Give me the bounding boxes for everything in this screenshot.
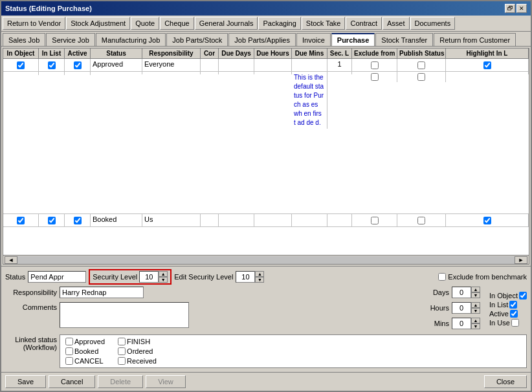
cell-exclude-1[interactable]	[352, 59, 397, 71]
hours-up[interactable]: ▲	[471, 302, 480, 308]
publish-checkbox-2[interactable]	[417, 73, 425, 81]
toolbar-asset[interactable]: Asset	[382, 17, 410, 30]
scroll-right-button[interactable]: ►	[515, 256, 527, 264]
linked-received-checkbox[interactable]	[118, 357, 126, 365]
cell-in-object-1[interactable]	[3, 59, 39, 71]
mins-down[interactable]: ▼	[471, 323, 480, 329]
view-button[interactable]: View	[146, 375, 186, 388]
linked-received: Received	[118, 357, 157, 365]
days-input[interactable]	[452, 287, 471, 298]
tab-return-from-customer[interactable]: Return from Customer	[434, 33, 516, 46]
active-checkbox-3[interactable]	[74, 217, 82, 224]
cell-publish-2[interactable]	[397, 72, 446, 82]
in-object-checkbox-3[interactable]	[17, 217, 25, 224]
tab-sales-job[interactable]: Sales Job	[3, 33, 45, 46]
highlight-checkbox-1[interactable]	[483, 61, 491, 69]
comments-container	[60, 302, 189, 328]
tab-job-parts-stock[interactable]: Job Parts/Stock	[166, 33, 228, 46]
mins-input[interactable]	[452, 318, 471, 329]
toolbar-stock-adjustment[interactable]: Stock Adjustment	[66, 17, 130, 30]
tab-stock-transfer[interactable]: Stock Transfer	[375, 33, 433, 46]
cell-responsibility-2	[142, 72, 201, 74]
in-list-form-checkbox[interactable]	[509, 301, 517, 309]
status-input[interactable]	[28, 271, 86, 283]
active-form-checkbox[interactable]	[510, 310, 518, 318]
hours-input[interactable]	[452, 302, 471, 314]
tab-manufacturing-job[interactable]: Manufacturing Job	[96, 33, 166, 46]
delete-button[interactable]: Delete	[98, 375, 143, 388]
edit-security-down[interactable]: ▼	[255, 277, 264, 283]
in-use-form-checkbox[interactable]	[511, 319, 519, 327]
cell-in-object-3[interactable]	[3, 214, 39, 226]
exclude-checkbox-1[interactable]	[371, 61, 379, 69]
mins-spinbtns: ▲ ▼	[471, 318, 480, 329]
toolbar-quote[interactable]: Quote	[131, 17, 159, 30]
linked-booked-checkbox[interactable]	[65, 347, 73, 355]
toolbar-general-journals[interactable]: General Journals	[195, 17, 258, 30]
hours-down[interactable]: ▼	[471, 308, 480, 314]
scroll-track[interactable]	[17, 256, 515, 264]
publish-checkbox-1[interactable]	[417, 61, 425, 69]
edit-security-up[interactable]: ▲	[255, 271, 264, 277]
horizontal-scrollbar[interactable]: ◄ ►	[3, 255, 529, 264]
restore-button[interactable]: 🗗	[505, 4, 515, 13]
linked-cancel-checkbox[interactable]	[65, 357, 73, 365]
linked-status-title-area: Linked status (Workflow)	[5, 336, 57, 351]
toolbar-stock-take[interactable]: Stock Take	[302, 17, 346, 30]
toolbar-return-to-vendor[interactable]: Return to Vendor	[3, 17, 65, 30]
toolbar-cheque[interactable]: Cheque	[160, 17, 194, 30]
cell-publish-1[interactable]	[397, 59, 446, 71]
toolbar-packaging[interactable]: Packaging	[258, 17, 300, 30]
exclude-checkbox-3[interactable]	[371, 217, 379, 224]
in-list-checkbox-1[interactable]	[48, 61, 56, 69]
security-level-up[interactable]: ▲	[159, 271, 168, 277]
cell-publish-3[interactable]	[397, 214, 446, 226]
active-checkbox-1[interactable]	[74, 61, 82, 69]
in-object-form-checkbox[interactable]	[519, 292, 527, 299]
toolbar-contract[interactable]: Contract	[346, 17, 382, 30]
mins-spinner: ▲ ▼	[452, 318, 480, 329]
close-window-button[interactable]: ✕	[516, 4, 527, 13]
exclude-benchmark-checkbox[interactable]	[438, 273, 446, 281]
days-up[interactable]: ▲	[471, 287, 480, 292]
mins-up[interactable]: ▲	[471, 318, 480, 323]
security-level-input[interactable]	[139, 271, 159, 283]
tab-purchase[interactable]: Purchase	[331, 33, 375, 46]
cell-exclude-2[interactable]	[352, 72, 397, 82]
in-list-checkbox-3[interactable]	[48, 217, 56, 224]
responsibility-input[interactable]	[60, 287, 144, 298]
save-button[interactable]: Save	[5, 375, 46, 388]
cell-due-hours-1	[254, 59, 292, 71]
cell-in-list-3[interactable]	[39, 214, 65, 226]
right-buttons: Close	[484, 375, 527, 388]
days-down[interactable]: ▼	[471, 292, 480, 298]
cell-in-object-2[interactable]	[3, 72, 39, 75]
highlight-checkbox-3[interactable]	[483, 217, 491, 224]
days-spinner: ▲ ▼	[452, 287, 480, 298]
cell-active-1[interactable]	[65, 59, 91, 71]
cell-active-2[interactable]	[65, 72, 91, 75]
cell-highlight-2[interactable]	[446, 72, 529, 74]
publish-checkbox-3[interactable]	[417, 217, 425, 224]
security-level-down[interactable]: ▼	[159, 277, 168, 283]
cell-exclude-3[interactable]	[352, 214, 397, 226]
close-button[interactable]: Close	[484, 375, 527, 388]
tab-service-job[interactable]: Service Job	[46, 33, 94, 46]
linked-approved-checkbox[interactable]	[65, 338, 73, 345]
cell-active-3[interactable]	[65, 214, 91, 226]
comments-textarea[interactable]	[60, 302, 189, 328]
scroll-left-button[interactable]: ◄	[5, 256, 17, 264]
cell-in-list-2[interactable]	[39, 72, 65, 75]
linked-finish-checkbox[interactable]	[118, 338, 126, 345]
exclude-checkbox-2[interactable]	[371, 73, 379, 81]
edit-security-input[interactable]	[236, 271, 255, 283]
cancel-button[interactable]: Cancel	[49, 375, 95, 388]
cell-highlight-1[interactable]	[446, 59, 529, 71]
linked-ordered-checkbox[interactable]	[118, 347, 126, 355]
cell-in-list-1[interactable]	[39, 59, 65, 71]
tab-invoice[interactable]: Invoice	[296, 33, 331, 46]
cell-highlight-3[interactable]	[446, 214, 529, 226]
tab-job-parts-applies[interactable]: Job Parts/Applies	[228, 33, 296, 46]
toolbar-documents[interactable]: Documents	[410, 17, 456, 30]
in-object-checkbox-1[interactable]	[17, 61, 25, 69]
